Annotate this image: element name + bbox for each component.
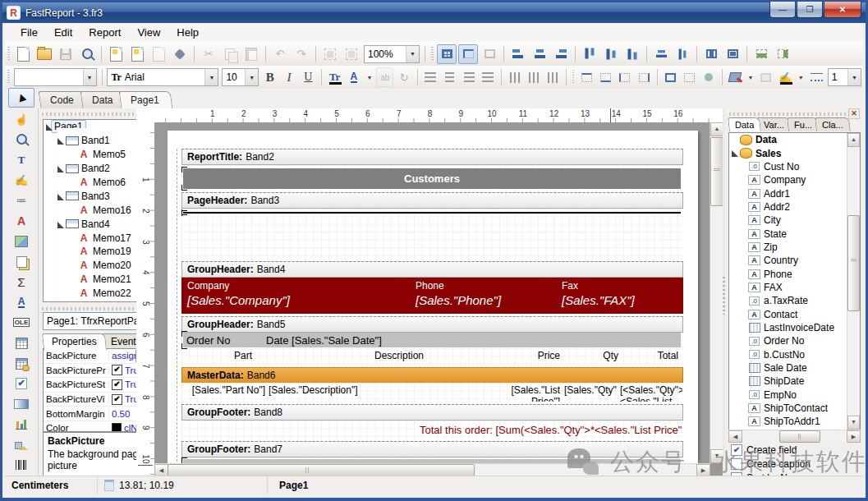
delete-page-button[interactable] xyxy=(149,44,168,64)
memo-order-total[interactable]: Total this order: [Sum(<Sales."Qty">*<Sa… xyxy=(420,424,682,436)
scroll-down-icon[interactable]: ▼ xyxy=(847,416,860,430)
chart-object-button[interactable] xyxy=(10,416,33,434)
ole-object-button[interactable]: OLE xyxy=(10,314,33,332)
align-bottom-button[interactable] xyxy=(544,67,562,87)
checkbox-icon[interactable]: ✔ xyxy=(731,458,742,470)
undo-button[interactable]: ↶ xyxy=(270,44,290,64)
line-color-button[interactable]: ✍ xyxy=(777,67,794,87)
highlight-dropdown[interactable]: ▼ xyxy=(365,67,375,87)
fit-to-grid-button[interactable] xyxy=(480,44,499,64)
font-size-combo[interactable]: 10 ▼ xyxy=(222,68,259,86)
band-header-pageheader[interactable]: PageHeader: Band3 xyxy=(181,192,683,209)
band-header-masterdata[interactable]: MasterData: Band6 xyxy=(181,367,683,384)
scrollbar-thumb[interactable] xyxy=(168,464,475,476)
tree-expander-icon[interactable] xyxy=(68,247,76,255)
new-page-button[interactable] xyxy=(106,44,126,64)
designer-tab[interactable]: Page1 xyxy=(119,91,173,108)
memo-list-price[interactable]: [Sales."List Price"] xyxy=(503,384,560,402)
page-settings-button[interactable] xyxy=(170,44,190,64)
same-width-button[interactable] xyxy=(751,44,771,64)
insert-band-button[interactable]: ≔ xyxy=(10,191,33,209)
cross-tab-button[interactable] xyxy=(10,334,33,352)
memo-qty[interactable]: [Sales."Qty"] xyxy=(564,384,617,402)
field-item[interactable]: State xyxy=(729,227,860,240)
checkbox-icon[interactable]: ✔ xyxy=(112,365,122,375)
band-header-groupfooter7[interactable]: GroupFooter: Band7 xyxy=(181,441,683,457)
underline-button[interactable]: U xyxy=(300,67,317,87)
scroll-right-icon[interactable]: ▶ xyxy=(696,464,710,476)
subreport-object-button[interactable] xyxy=(10,252,33,270)
field-item[interactable]: b.CustNo xyxy=(729,348,860,361)
align-tops-button[interactable] xyxy=(580,44,599,64)
scroll-up-icon[interactable]: ▲ xyxy=(710,122,723,136)
memo-company-header[interactable]: Company [Sales."Company"] Phone [Sales."… xyxy=(181,278,683,314)
scroll-left-icon[interactable]: ◀ xyxy=(728,430,742,443)
text-editor-tool-button[interactable]: T xyxy=(10,151,33,169)
band-content-pageheader[interactable] xyxy=(181,209,683,261)
minimize-button[interactable]: — xyxy=(769,2,796,18)
column-header-description[interactable]: Description xyxy=(350,350,448,361)
tree-expander-icon[interactable] xyxy=(732,149,739,157)
justify-button[interactable] xyxy=(480,67,497,87)
frame-none-button[interactable] xyxy=(681,67,698,87)
align-middles-button[interactable] xyxy=(601,44,621,64)
data-tree-scrollbar[interactable]: ▲ ▼ xyxy=(847,133,860,430)
data-dock-grip[interactable]: ✕ xyxy=(729,110,860,117)
field-item[interactable]: Addr2 xyxy=(729,200,860,214)
design-horizontal-scrollbar[interactable]: ◀ ▶ xyxy=(154,463,710,476)
field-item[interactable]: Addr1 xyxy=(729,186,860,200)
new-report-button[interactable] xyxy=(13,44,33,64)
preview-button[interactable] xyxy=(77,44,97,64)
frame-left-button[interactable] xyxy=(616,67,633,87)
picture-object-button[interactable] xyxy=(10,232,33,250)
frame-bottom-button[interactable] xyxy=(597,67,614,87)
save-report-button[interactable] xyxy=(56,44,76,64)
field-item[interactable]: Sale Date xyxy=(729,361,860,375)
chevron-down-icon[interactable]: ▼ xyxy=(204,69,218,85)
column-header-part[interactable]: Part xyxy=(218,350,268,361)
panel-splitter[interactable] xyxy=(723,108,725,476)
hand-tool-button[interactable]: ☝ xyxy=(10,110,33,128)
format-painter-button[interactable]: ✍ xyxy=(10,171,33,189)
data-tree-horizontal-scrollbar[interactable]: ◀ ▶ xyxy=(728,430,861,443)
maximize-button[interactable]: ❐ xyxy=(797,2,823,18)
close-dock-icon[interactable]: ✕ xyxy=(848,108,860,119)
align-top-button[interactable] xyxy=(506,67,523,87)
text-condition-button[interactable]: ab xyxy=(376,67,393,87)
field-item[interactable]: FAX xyxy=(729,281,860,294)
field-item[interactable]: LastInvoiceDate xyxy=(729,321,860,334)
memo-order-date[interactable]: Order No Date [Sales."Sale Date"] xyxy=(183,333,681,347)
toolbar-grip[interactable] xyxy=(7,47,10,62)
font-name-combo[interactable]: Tr Arial ▼ xyxy=(107,68,218,86)
scroll-right-icon[interactable]: ▶ xyxy=(847,430,861,443)
space-vertically-button[interactable] xyxy=(673,44,692,64)
group-button[interactable] xyxy=(320,44,340,64)
menu-item[interactable]: View xyxy=(130,24,168,41)
field-item[interactable]: EmpNo xyxy=(729,388,860,402)
band-header-reporttitle[interactable]: ReportTitle: Band2 xyxy=(181,149,683,165)
zoom-combo[interactable]: 100% ▼ xyxy=(364,45,420,63)
frame-top-button[interactable] xyxy=(577,67,595,87)
tree-expander-icon[interactable] xyxy=(68,234,76,242)
tree-expander-icon[interactable] xyxy=(57,220,65,228)
fill-color-dropdown[interactable]: ▼ xyxy=(746,67,756,87)
align-centers-button[interactable] xyxy=(530,44,549,64)
chevron-down-icon[interactable]: ▼ xyxy=(83,69,96,85)
same-height-button[interactable] xyxy=(773,44,792,64)
checkbox-icon[interactable]: ✔ xyxy=(112,394,122,405)
field-item[interactable]: a.TaxRate xyxy=(729,294,860,307)
title-bar[interactable]: R FastReport - 3.fr3 — ❐ ✕ xyxy=(2,2,866,23)
field-item[interactable]: Order No xyxy=(729,334,860,347)
field-item[interactable]: Zip xyxy=(729,241,860,254)
show-grid-button[interactable] xyxy=(437,44,457,64)
band-content-groupheader4[interactable]: Company [Sales."Company"] Phone [Sales."… xyxy=(181,278,683,314)
band-header-groupfooter8[interactable]: GroupFooter: Band8 xyxy=(181,404,683,421)
field-item[interactable]: Country xyxy=(729,254,860,267)
band-content-groupfooter8[interactable]: Total this order: [Sum(<Sales."Qty">*<Sa… xyxy=(181,421,683,441)
zoom-tool-button[interactable] xyxy=(10,131,33,149)
align-left-button[interactable] xyxy=(422,67,439,87)
checkbox-icon[interactable]: ✔ xyxy=(731,444,742,456)
chevron-down-icon[interactable]: ▼ xyxy=(847,69,861,85)
align-rights-button[interactable] xyxy=(551,44,571,64)
italic-button[interactable]: I xyxy=(280,67,297,87)
